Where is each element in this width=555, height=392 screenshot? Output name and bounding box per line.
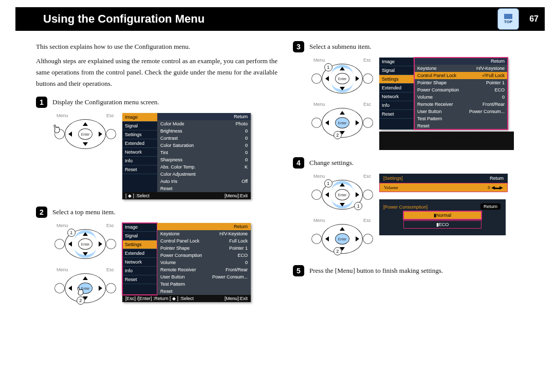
menu-label: Menu bbox=[57, 223, 68, 228]
menu-label: Menu bbox=[313, 102, 325, 107]
esc-label: Esc bbox=[106, 267, 114, 272]
menu-button[interactable] bbox=[311, 118, 322, 128]
enter-button[interactable]: Enter bbox=[78, 128, 92, 140]
step-3-text: Select a submenu item. bbox=[309, 41, 372, 51]
step-5-badge: 5 bbox=[293, 265, 304, 276]
esc-label: Esc bbox=[363, 102, 371, 107]
step-4-text: Change settings. bbox=[309, 157, 354, 167]
left-icon bbox=[68, 132, 72, 137]
top-icon[interactable]: TOP bbox=[497, 8, 519, 30]
bubble-1-icon: 1 bbox=[354, 202, 362, 210]
menu-button[interactable] bbox=[54, 283, 65, 293]
remote-figure-4a: MenuEsc Enter 1 1 bbox=[311, 174, 373, 210]
enter-button[interactable]: Enter bbox=[335, 189, 349, 200]
remote-figure-3b: MenuEsc Enter 2 bbox=[311, 102, 373, 138]
step-2-text: Select a top menu item. bbox=[52, 207, 115, 216]
osd-step-2: ImageSignalSettingsExtendedNetworkInfoRe… bbox=[122, 223, 251, 302]
down-icon bbox=[83, 142, 88, 146]
bubble-1-icon: 1 bbox=[67, 229, 76, 237]
menu-button[interactable] bbox=[54, 239, 65, 249]
esc-label: Esc bbox=[106, 113, 114, 118]
dpad[interactable]: Enter 2 bbox=[322, 224, 363, 254]
osd-settings-label: [Settings] bbox=[383, 176, 403, 181]
remote-figure-3a: MenuEsc Enter 1 bbox=[311, 58, 373, 94]
bubble-2-icon: 2 bbox=[334, 131, 342, 139]
dpad[interactable]: Enter 1 bbox=[65, 229, 106, 259]
esc-button[interactable] bbox=[106, 283, 116, 293]
bubble-1-icon: 1 bbox=[324, 63, 332, 71]
left-column: This section explains how to use the Con… bbox=[36, 41, 278, 303]
top-label: TOP bbox=[504, 20, 512, 24]
remote-figure-1: MenuEsc Enter bbox=[54, 113, 116, 149]
step-5-text: Press the [Menu] button to finish making… bbox=[309, 265, 443, 275]
osd-step-1: ImageSignalSettingsExtendedNetworkInfoRe… bbox=[122, 113, 251, 199]
house-icon bbox=[504, 14, 512, 19]
return-label: Return bbox=[234, 224, 248, 229]
return-label: Return bbox=[234, 114, 248, 119]
return-label: Return bbox=[491, 59, 505, 64]
osd-power-consumption: [Power Consumption] Return ▮Normal ▮ECO bbox=[379, 199, 506, 235]
osd-3-footer: [Esc] :Return [ ◆ ] :Select [Enter] :Ent… bbox=[379, 132, 514, 150]
bubble-2-icon: 2 bbox=[334, 247, 342, 255]
menu-label: Menu bbox=[313, 174, 325, 179]
volume-label: Volume bbox=[384, 185, 398, 190]
menu-label: Menu bbox=[57, 113, 68, 118]
menu-label: Menu bbox=[313, 58, 325, 63]
dpad[interactable]: Enter 1 1 bbox=[322, 180, 363, 210]
esc-button[interactable] bbox=[363, 234, 373, 244]
esc-button[interactable] bbox=[363, 190, 373, 200]
esc-label: Esc bbox=[363, 58, 371, 63]
right-column: 3 Select a submenu item. MenuEsc Enter bbox=[293, 41, 534, 303]
pc-title: [Power Consumption] bbox=[383, 204, 428, 210]
page-title: Using the Configuration Menu bbox=[43, 12, 205, 26]
remote-figure-2b: MenuEsc Enter 2 bbox=[54, 267, 116, 303]
esc-button[interactable] bbox=[106, 129, 116, 139]
opt-normal[interactable]: ▮Normal bbox=[404, 212, 481, 219]
remote-figure-2a: MenuEsc Enter 1 bbox=[54, 223, 116, 259]
esc-label: Esc bbox=[106, 223, 114, 228]
enter-button[interactable]: Enter bbox=[335, 73, 349, 84]
osd-foot-right: [Menu]:Exit bbox=[225, 193, 248, 198]
enter-button[interactable]: Enter bbox=[78, 238, 92, 250]
remote-figure-4b: MenuEsc Enter 2 bbox=[311, 218, 373, 254]
osd-foot-left: [ ◆ ] :Select bbox=[125, 193, 150, 198]
menu-button[interactable] bbox=[311, 190, 322, 200]
volume-value: 0 bbox=[488, 185, 490, 190]
step-3-badge: 3 bbox=[293, 41, 304, 52]
enter-button[interactable]: Enter bbox=[335, 233, 349, 245]
intro-p2: Although steps are explained using the r… bbox=[36, 55, 278, 89]
dpad[interactable]: Enter bbox=[65, 119, 106, 149]
dpad[interactable]: Enter 1 bbox=[322, 64, 363, 94]
return-label: Return bbox=[490, 176, 504, 181]
step-2-badge: 2 bbox=[36, 207, 47, 218]
step-4-badge: 4 bbox=[293, 157, 304, 169]
esc-button[interactable] bbox=[363, 73, 373, 84]
return-label: Return bbox=[480, 203, 501, 210]
header-bar: Using the Configuration Menu TOP 67 bbox=[15, 7, 545, 31]
esc-label: Esc bbox=[363, 174, 371, 179]
bubble-1-icon: 1 bbox=[324, 179, 332, 188]
osd-step-3: ImageSignalSettingsExtendedNetworkInfoRe… bbox=[379, 58, 508, 129]
right-icon bbox=[99, 132, 102, 137]
enter-button[interactable]: Enter bbox=[335, 117, 349, 128]
intro-p1: This section explains how to use the Con… bbox=[36, 41, 278, 52]
osd-volume: [Settings]Return Volume0 ◀▬▶ bbox=[379, 174, 508, 192]
step-1-text: Display the Configuration menu screen. bbox=[52, 97, 159, 106]
up-icon bbox=[83, 122, 88, 126]
menu-button[interactable] bbox=[311, 234, 322, 244]
esc-button[interactable] bbox=[363, 118, 373, 128]
esc-label: Esc bbox=[363, 218, 371, 223]
menu-label: Menu bbox=[57, 267, 68, 272]
osd-foot-right: [Menu]:Exit bbox=[225, 296, 248, 301]
esc-button[interactable] bbox=[106, 239, 116, 249]
page-number: 67 bbox=[529, 14, 539, 24]
menu-button[interactable] bbox=[311, 73, 322, 84]
osd-foot-left: [Esc] /[Enter] :Return [ ◆ ] :Select bbox=[125, 296, 194, 301]
step-1-badge: 1 bbox=[36, 97, 47, 108]
dpad[interactable]: Enter 2 bbox=[322, 108, 363, 138]
opt-eco[interactable]: ▮ECO bbox=[404, 221, 481, 228]
bubble-2-icon: 2 bbox=[77, 296, 85, 305]
menu-label: Menu bbox=[313, 218, 325, 223]
